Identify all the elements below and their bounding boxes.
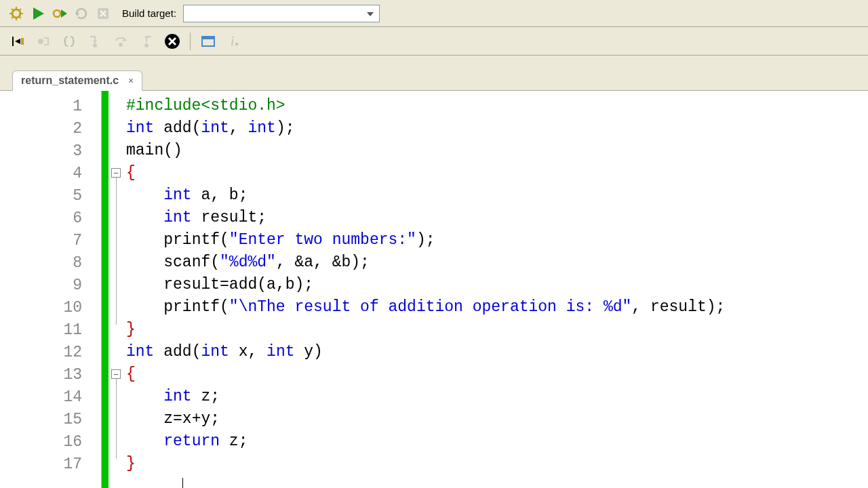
line-number: 1: [0, 95, 101, 117]
main-toolbar: Build target:: [0, 0, 868, 27]
breakpoint-icon: [33, 30, 54, 52]
svg-point-0: [12, 9, 20, 18]
debug-step-icon[interactable]: [7, 30, 28, 52]
svg-rect-18: [21, 38, 24, 45]
svg-point-24: [144, 43, 149, 47]
svg-point-22: [119, 43, 123, 47]
stop-icon: [94, 4, 113, 23]
svg-line-8: [20, 9, 21, 10]
code-line[interactable]: printf("\nThe result of addition operati…: [126, 296, 868, 319]
code-line[interactable]: int a, b;: [126, 184, 868, 207]
code-line[interactable]: }: [126, 319, 868, 341]
gear-icon[interactable]: [7, 4, 26, 23]
code-line[interactable]: int add(int, int);: [126, 117, 868, 140]
code-line[interactable]: }: [126, 453, 868, 475]
svg-point-19: [38, 39, 43, 44]
braces-icon: [58, 30, 80, 52]
svg-line-7: [12, 17, 13, 18]
code-editor[interactable]: 1234567891011121314151617 −− #include<st…: [0, 91, 868, 488]
line-number: 8: [0, 251, 101, 274]
line-number: 6: [0, 207, 101, 229]
line-number-gutter: 1234567891011121314151617: [0, 91, 102, 488]
step-over-icon: [110, 30, 132, 52]
code-line[interactable]: {: [126, 363, 868, 386]
build-target-label: Build target:: [122, 7, 176, 19]
code-line[interactable]: z=x+y;: [126, 408, 868, 430]
code-area[interactable]: #include<stdio.h>int add(int, int);main(…: [126, 91, 868, 488]
svg-marker-9: [33, 7, 44, 20]
step-out-icon: [136, 30, 157, 52]
tab-bar: return_statement.c ×: [0, 68, 868, 91]
line-number: 13: [0, 363, 101, 386]
file-tab[interactable]: return_statement.c ×: [12, 70, 142, 91]
code-line[interactable]: scanf("%d%d", &a, &b);: [126, 251, 868, 274]
line-number: 14: [0, 386, 101, 408]
line-number: 5: [0, 184, 101, 207]
line-number: 2: [0, 117, 101, 140]
code-line[interactable]: result=add(a,b);: [126, 274, 868, 296]
line-number: 4: [0, 162, 101, 184]
window-icon[interactable]: [197, 30, 219, 52]
toolbar-separator: [190, 33, 191, 50]
gear-play-icon[interactable]: [50, 4, 69, 23]
code-line[interactable]: int add(int x, int y): [126, 341, 868, 363]
svg-text:i: i: [231, 35, 234, 48]
spacer: [0, 56, 868, 68]
code-line[interactable]: int result;: [126, 207, 868, 229]
svg-marker-12: [75, 13, 79, 16]
code-line[interactable]: {: [126, 162, 868, 184]
fold-toggle[interactable]: −: [111, 369, 121, 379]
code-line[interactable]: printf("Enter two numbers:");: [126, 229, 868, 251]
svg-marker-17: [15, 39, 20, 44]
svg-marker-21: [93, 41, 97, 43]
line-number: 16: [0, 430, 101, 453]
step-into-icon: [84, 30, 106, 52]
debug-toolbar: i: [0, 27, 868, 56]
stop-debug-icon[interactable]: [161, 30, 183, 52]
svg-point-32: [235, 43, 238, 45]
play-icon[interactable]: [28, 4, 47, 23]
code-line[interactable]: return z;: [126, 430, 868, 453]
svg-line-6: [20, 17, 21, 18]
info-icon: i: [223, 30, 245, 52]
svg-point-20: [93, 43, 97, 47]
tab-close-button[interactable]: ×: [128, 75, 134, 86]
svg-line-5: [12, 9, 13, 10]
line-number: 3: [0, 140, 101, 162]
line-number: 15: [0, 408, 101, 430]
svg-point-10: [54, 10, 60, 17]
cycle-icon: [72, 4, 91, 23]
line-number: 12: [0, 341, 101, 363]
code-line[interactable]: [126, 475, 868, 488]
svg-marker-11: [61, 9, 67, 18]
fold-column[interactable]: −−: [108, 91, 126, 488]
code-line[interactable]: #include<stdio.h>: [126, 95, 868, 117]
change-margin: [102, 91, 108, 488]
svg-rect-30: [202, 37, 214, 39]
line-number: 9: [0, 274, 101, 296]
fold-toggle[interactable]: −: [111, 168, 121, 178]
tab-filename: return_statement.c: [21, 75, 119, 87]
line-number: 7: [0, 229, 101, 251]
code-line[interactable]: int z;: [126, 386, 868, 408]
code-line[interactable]: main(): [126, 140, 868, 162]
line-number: 11: [0, 319, 101, 341]
build-target-select[interactable]: [183, 5, 380, 22]
line-number: 17: [0, 453, 101, 475]
line-number: 10: [0, 296, 101, 319]
